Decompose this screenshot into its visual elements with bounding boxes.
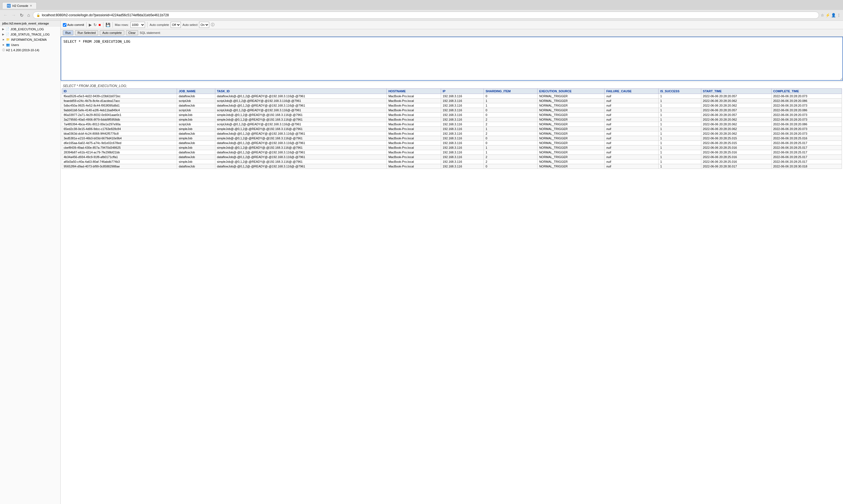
auto-commit-checkbox[interactable] [63, 23, 66, 27]
table-cell-ip: 192.168.3.116 [441, 94, 484, 98]
sidebar-item-users[interactable]: ► 👥 Users [0, 42, 61, 47]
table-cell-hostname: MacBook-Pro.local [386, 98, 441, 103]
table-cell-complete-time: 2022-06-06 20:28:25.017 [771, 155, 842, 160]
table-cell-start-time: 2022-06-06 20:28:20.057 [701, 94, 771, 98]
table-cell-task-id: scriptJob@-@0,1,2@-@READY@-@192.168.3.11… [215, 108, 386, 113]
column-header-execution-source[interactable]: EXECUTION_SOURCE [537, 89, 604, 94]
auto-commit-checkbox-container[interactable]: Auto commit [63, 23, 84, 27]
results-query-label: SELECT * FROM JOB_EXECUTION_LOG; [62, 83, 842, 88]
table-cell-hostname: MacBook-Pro.local [386, 113, 441, 117]
table-cell-id: feaedd59-e24c-4b7b-8c4e-d1acdea17acc [62, 98, 177, 103]
back-button[interactable]: ← [2, 12, 9, 18]
stop-icon[interactable]: ■ [99, 22, 101, 27]
table-cell-failure-cause: null [604, 113, 658, 117]
table-cell-execution-source: NORMAL_TRIGGER [537, 141, 604, 145]
extensions-icon[interactable]: ⚡ [825, 13, 830, 17]
browser-actions: ☆ ⚡ 👤 ⋮ [821, 13, 841, 17]
url-text: localhost:8080/h2-console/login.do?jsess… [42, 13, 169, 17]
table-icon: 📄 [5, 33, 10, 36]
table-cell-task-id: simpleJob@-@0,1,2@-@READY@-@192.168.3.11… [215, 113, 386, 117]
security-icon: 🔓 [36, 14, 40, 17]
column-header-is-success[interactable]: IS_SUCCESS [658, 89, 701, 94]
table-cell-is-success: 1 [658, 108, 701, 113]
help-icon[interactable]: ⓘ [211, 22, 214, 27]
table-cell-sharding-item: 0 [484, 113, 537, 117]
reload-button[interactable]: ↻ [19, 12, 24, 18]
table-cell-start-time: 2022-06-06 20:28:20.062 [701, 127, 771, 131]
menu-icon[interactable]: ⋮ [837, 13, 841, 17]
max-rows-select[interactable]: 1000 100 10000 [131, 22, 145, 28]
table-cell-failure-cause: null [604, 127, 658, 131]
home-button[interactable]: ⌂ [26, 12, 31, 18]
export-icon[interactable]: 💾 [106, 22, 110, 27]
table-cell-hostname: MacBook-Pro.local [386, 108, 441, 113]
table-cell-hostname: MacBook-Pro.local [386, 164, 441, 169]
column-header-ip[interactable]: IP [441, 89, 484, 94]
table-cell-sharding-item: 1 [484, 127, 537, 131]
table-cell-is-success: 1 [658, 160, 701, 164]
column-header-id[interactable]: ID [62, 89, 177, 94]
table-cell-task-id: dataflowJob@-@0,1,2@-@READY@-@192.168.3.… [215, 103, 386, 108]
forward-button[interactable]: → [11, 12, 17, 18]
sidebar-item-label: Users [11, 43, 19, 47]
table-cell-start-time: 2022-06-06 20:28:25.015 [701, 141, 771, 145]
auto-complete-select[interactable]: Off On [171, 22, 181, 28]
table-cell-complete-time: 2022-06-06 20:28:20.086 [771, 108, 842, 113]
run-icon[interactable]: ▶ [89, 22, 92, 27]
column-header-complete-time[interactable]: COMPLETE_TIME [771, 89, 842, 94]
auto-complete-button[interactable]: Auto complete [100, 30, 124, 35]
table-cell-execution-source: NORMAL_TRIGGER [537, 131, 604, 136]
tab-close-button[interactable]: × [30, 4, 32, 8]
table-cell-is-success: 1 [658, 145, 701, 150]
table-cell-complete-time: 2022-06-06 20:28:25.017 [771, 150, 842, 155]
auto-commit-label: Auto commit [67, 23, 84, 26]
table-cell-sharding-item: 2 [484, 131, 537, 136]
sidebar-item-information-schema[interactable]: ► 📁 INFORMATION_SCHEMA [0, 37, 61, 42]
column-header-job-name[interactable]: JOB_NAME [177, 89, 215, 94]
table-cell-failure-cause: null [604, 141, 658, 145]
table-cell-failure-cause: null [604, 136, 658, 141]
table-cell-job-name: dataflowJob [177, 141, 215, 145]
run-selected-button[interactable]: Run Selected [75, 30, 98, 35]
sidebar-item-job-execution-log[interactable]: ▶ 📄 JOB_EXECUTION_LOG [0, 26, 61, 32]
toolbar: Auto commit ▶ ↻ ■ 💾 Max rows: 1000 100 1… [61, 21, 843, 29]
table-cell-id: af0d3a50-c40a-4a63-80af-746abdb774b3 [62, 160, 177, 164]
table-cell-task-id: simpleJob@-@0,1,2@-@READY@-@192.168.3.11… [215, 136, 386, 141]
table-cell-execution-source: NORMAL_TRIGGER [537, 103, 604, 108]
active-tab[interactable]: H2 H2 Console × [2, 2, 37, 9]
table-cell-job-name: simpleJob [177, 113, 215, 117]
refresh-icon[interactable]: ↻ [93, 22, 97, 27]
auto-select-select[interactable]: On Off [199, 22, 209, 28]
column-header-start-time[interactable]: START_TIME [701, 89, 771, 94]
sql-statement-label: SQL statement: [140, 31, 161, 34]
table-cell-id: cbef8439-49ad-430e-857a-79470d348625 [62, 145, 177, 150]
column-header-hostname[interactable]: HOSTNAME [386, 89, 441, 94]
table-cell-ip: 192.168.3.116 [441, 98, 484, 103]
table-cell-failure-cause: null [604, 131, 658, 136]
table-cell-task-id: simpleJob@-@0,1,2@-@READY@-@192.168.3.11… [215, 145, 386, 150]
column-header-task-id[interactable]: TASK_ID [215, 89, 386, 94]
tab-favicon: H2 [7, 4, 11, 8]
bookmark-icon[interactable]: ☆ [821, 13, 824, 17]
run-button[interactable]: Run [63, 30, 73, 35]
table-row: 9abb61b8-5efe-4140-a1f6-4eb11ba849c4scri… [62, 108, 842, 113]
url-bar[interactable]: 🔓 localhost:8080/h2-console/login.do?jse… [33, 12, 819, 19]
table-row: 7a485394-4bca-45fc-8012-00e1e297e90ascri… [62, 122, 842, 127]
table-icon: 📄 [5, 27, 10, 31]
sql-editor[interactable] [61, 37, 843, 81]
column-header-failure-cause[interactable]: FAILURE_CAUSE [604, 89, 658, 94]
sidebar-item-job-status-trace-log[interactable]: ▶ 📄 JOB_STATUS_TRACE_LOG [0, 32, 61, 37]
table-cell-execution-source: NORMAL_TRIGGER [537, 150, 604, 155]
table-cell-id: 28394b87-e61b-4214-ac79-7fe298bf21bb [62, 150, 177, 155]
table-cell-ip: 192.168.3.116 [441, 141, 484, 145]
table-cell-ip: 192.168.3.116 [441, 103, 484, 108]
table-cell-failure-cause: null [604, 160, 658, 164]
table-cell-failure-cause: null [604, 150, 658, 155]
clear-button[interactable]: Clear [126, 30, 138, 35]
column-header-sharding-item[interactable]: SHARDING_ITEM [484, 89, 537, 94]
table-cell-complete-time: 2022-06-06 20:28:20.073 [771, 94, 842, 98]
sidebar-item-label: JOB_STATUS_TRACE_LOG [11, 33, 50, 36]
profile-icon[interactable]: 👤 [831, 13, 836, 17]
table-cell-job-name: scriptJob [177, 98, 215, 103]
table-cell-is-success: 1 [658, 103, 701, 108]
